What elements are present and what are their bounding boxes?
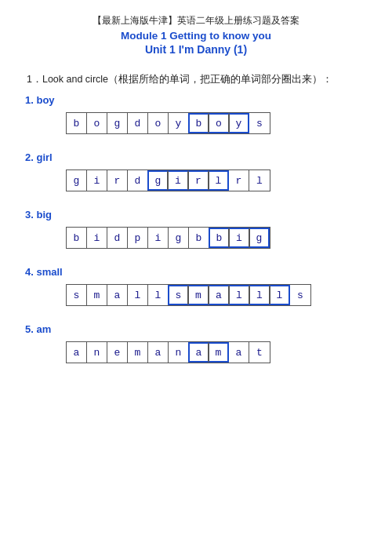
exercise-label-ex1: 1. boy [25, 94, 55, 106]
letter-cell: a [209, 285, 229, 305]
letter-row-wrapper-ex3: bidpigbbig [66, 227, 270, 249]
letter-cell: b [189, 228, 209, 248]
letter-cell: i [87, 228, 107, 248]
letter-cell: s [249, 113, 270, 133]
letter-cell: m [128, 342, 148, 363]
letter-cell: b [67, 228, 87, 248]
letter-cell: p [128, 228, 148, 248]
letter-row-ex1: bogdoyboys [66, 112, 270, 134]
letter-cell: i [148, 228, 169, 248]
letter-cell: g [107, 113, 128, 133]
letter-cell: g [147, 170, 168, 191]
letter-cell: a [107, 285, 128, 305]
letter-row-wrapper-ex2: girdgirlrl [66, 169, 270, 191]
letter-cell: e [107, 342, 128, 363]
exercise-label-ex2: 2. girl [25, 151, 53, 163]
letter-cell: y [229, 113, 249, 133]
letter-cell: l [128, 285, 148, 305]
exercise-ex3: 3. bigbidpigbbig [19, 209, 373, 249]
letter-cell: l [209, 170, 229, 191]
exercise-ex1: 1. boybogdoyboys [19, 94, 373, 134]
letter-cell: s [290, 285, 310, 305]
exercise-label-ex3: 3. big [25, 209, 52, 221]
exercise-label-ex4: 4. small [25, 266, 63, 278]
letter-cell: r [107, 170, 128, 191]
letter-cell: m [188, 285, 209, 305]
letter-cell: r [188, 170, 209, 191]
letter-cell: a [67, 342, 87, 363]
letter-cell: o [87, 113, 107, 133]
letter-cell: b [188, 113, 209, 133]
letter-cell: n [169, 342, 189, 363]
exercise-label-ex5: 5. am [25, 323, 51, 335]
letter-cell: g [169, 228, 189, 248]
letter-cell: s [67, 285, 87, 305]
letter-cell: a [148, 342, 169, 363]
letter-cell: g [67, 170, 87, 191]
letter-cell: l [270, 285, 290, 305]
letter-cell: b [67, 113, 87, 133]
letter-cell: t [249, 342, 270, 363]
header: 【最新上海版牛津】英语二年级上册练习题及答案 Module 1 Getting … [19, 14, 373, 56]
letter-cell: a [188, 342, 209, 363]
letter-row-ex3: bidpigbbig [66, 227, 270, 249]
header-top: 【最新上海版牛津】英语二年级上册练习题及答案 [19, 14, 373, 27]
letter-row-ex5: anemanamat [66, 341, 270, 363]
letter-cell: o [148, 113, 169, 133]
letter-cell: s [168, 285, 188, 305]
letter-cell: g [249, 228, 270, 248]
letter-cell: b [209, 228, 229, 248]
letter-cell: n [87, 342, 107, 363]
instruction: 1．Look and circle（根据所给的单词，把正确的单词部分圈出来）： [27, 73, 373, 86]
letter-row-ex4: smallsmallls [66, 284, 311, 306]
letter-cell: m [87, 285, 107, 305]
letter-cell: o [209, 113, 229, 133]
letter-cell: d [128, 113, 148, 133]
letter-cell: l [148, 285, 169, 305]
letter-cell: l [249, 170, 270, 191]
letter-row-ex2: girdgirlrl [66, 169, 270, 191]
letter-cell: l [249, 285, 270, 305]
exercises-container: 1. boybogdoyboys2. girlgirdgirlrl3. bigb… [19, 94, 373, 363]
letter-cell: d [107, 228, 128, 248]
letter-cell: m [209, 342, 229, 363]
letter-cell: i [229, 228, 249, 248]
letter-row-wrapper-ex1: bogdoyboys [66, 112, 270, 134]
exercise-ex4: 4. smallsmallsmallls [19, 266, 373, 306]
letter-row-wrapper-ex4: smallsmallls [66, 284, 311, 306]
letter-cell: i [87, 170, 107, 191]
letter-cell: i [168, 170, 188, 191]
letter-cell: l [229, 285, 249, 305]
exercise-ex2: 2. girlgirdgirlrl [19, 151, 373, 191]
letter-cell: r [229, 170, 249, 191]
letter-cell: d [128, 170, 148, 191]
letter-cell: y [169, 113, 189, 133]
header-module: Module 1 Getting to know you [19, 30, 373, 42]
letter-row-wrapper-ex5: anemanamat [66, 341, 270, 363]
page: 【最新上海版牛津】英语二年级上册练习题及答案 Module 1 Getting … [0, 0, 392, 554]
exercise-ex5: 5. amanemanamat [19, 323, 373, 363]
header-unit: Unit 1 I'm Danny (1) [19, 43, 373, 56]
letter-cell: a [229, 342, 249, 363]
